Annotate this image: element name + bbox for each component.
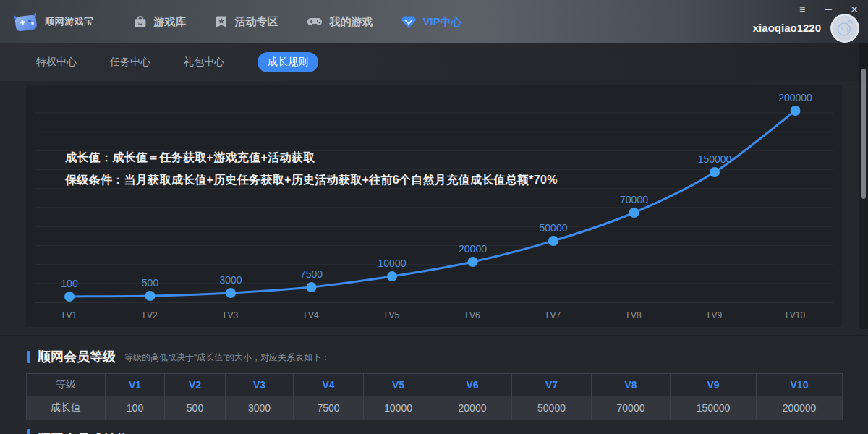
vip-diamond-icon xyxy=(401,15,417,29)
x-axis-label: LV10 xyxy=(786,310,805,320)
title-bar: 顺网游戏宝 游戏库 活动专区 我的游戏 VIP中心 xiaoqiao1220 xyxy=(0,0,868,43)
row-header-level: 等级 xyxy=(27,374,106,396)
section-divider xyxy=(0,335,868,336)
data-point-lv5 xyxy=(387,271,397,281)
subnav-tabs: 特权中心任务中心礼包中心成长规则 xyxy=(0,43,868,81)
main-nav: 游戏库 活动专区 我的游戏 VIP中心 xyxy=(133,14,462,29)
point-label: 50000 xyxy=(540,222,568,234)
x-axis-label: LV3 xyxy=(224,310,239,320)
window-controls: ≡─✕ xyxy=(794,2,862,17)
level-cell: V5 xyxy=(364,374,433,396)
member-growth-section: 顺网会员成长值 xyxy=(26,428,129,434)
data-point-lv1 xyxy=(64,292,75,302)
app-logo[interactable]: 顺网游戏宝 xyxy=(13,8,94,35)
point-label: 20000 xyxy=(459,243,487,255)
level-cell: V9 xyxy=(671,374,757,396)
point-label: 10000 xyxy=(378,258,407,269)
minimize-icon: ─ xyxy=(825,4,832,15)
data-point-lv9 xyxy=(710,167,720,177)
growth-curve-chart: 100LV1500LV23000LV37500LV410000LV520000L… xyxy=(26,85,842,327)
member-level-heading: 顺网会员等级 等级的高低取决于“成长值”的大小，对应关系表如下： xyxy=(26,348,842,365)
bag-icon xyxy=(133,14,148,29)
tab-growth-rules[interactable]: 成长规则 xyxy=(258,52,318,72)
nav-item-label: 游戏库 xyxy=(154,15,187,29)
member-level-subtitle: 等级的高低取决于“成长值”的大小，对应关系表如下： xyxy=(124,349,330,364)
value-cell: 100 xyxy=(106,396,165,420)
level-table: 等级V1V2V3V4V5V6V7V8V9V10成长值10050030007500… xyxy=(26,373,843,420)
value-cell: 500 xyxy=(165,396,226,420)
growth-chart-panel: 100LV1500LV23000LV37500LV410000LV520000L… xyxy=(26,85,842,327)
value-cell: 7500 xyxy=(294,396,364,420)
nav-item-vip-center[interactable]: VIP中心 xyxy=(401,15,462,29)
value-cell: 20000 xyxy=(433,396,512,420)
avatar[interactable] xyxy=(830,14,859,43)
nav-item-game-library[interactable]: 游戏库 xyxy=(133,14,187,29)
menu-button[interactable]: ≡ xyxy=(794,2,810,17)
nav-item-label: VIP中心 xyxy=(423,15,462,29)
tab-gift-center[interactable]: 礼包中心 xyxy=(184,56,224,69)
scrollbar-track[interactable] xyxy=(859,43,868,329)
minimize-button[interactable]: ─ xyxy=(820,2,836,17)
point-label: 200000 xyxy=(778,92,812,103)
x-axis-label: LV9 xyxy=(707,310,723,320)
data-point-lv10 xyxy=(791,106,801,116)
app-title: 顺网游戏宝 xyxy=(45,15,94,28)
value-cell: 50000 xyxy=(512,396,592,420)
accent-bar-icon xyxy=(27,351,30,363)
app-logo-icon xyxy=(13,8,39,35)
point-label: 7500 xyxy=(300,268,323,280)
level-cell: V2 xyxy=(165,374,226,396)
close-button[interactable]: ✕ xyxy=(846,2,862,17)
value-cell: 3000 xyxy=(226,396,294,420)
nav-item-label: 活动专区 xyxy=(235,15,278,29)
data-point-lv2 xyxy=(145,291,156,301)
data-point-lv7 xyxy=(548,236,558,246)
bookmark-star-icon xyxy=(214,14,229,29)
nav-item-activity-zone[interactable]: 活动专区 xyxy=(214,14,278,29)
row-header-growth: 成长值 xyxy=(27,396,106,420)
scrollbar-thumb[interactable] xyxy=(861,69,866,199)
point-label: 70000 xyxy=(620,194,648,205)
point-label: 150000 xyxy=(698,153,732,165)
app-window: 顺网游戏宝 游戏库 活动专区 我的游戏 VIP中心 xiaoqiao1220 xyxy=(0,0,868,434)
level-cell: V1 xyxy=(106,374,165,396)
value-cell: 150000 xyxy=(671,396,757,420)
value-cell: 70000 xyxy=(592,396,671,420)
x-axis-label: LV1 xyxy=(62,310,77,320)
data-point-lv3 xyxy=(226,288,236,298)
close-icon: ✕ xyxy=(850,4,859,15)
member-level-title: 顺网会员等级 xyxy=(38,348,116,365)
level-cell: V3 xyxy=(226,374,294,396)
x-axis-label: LV4 xyxy=(304,310,319,320)
x-axis-label: LV7 xyxy=(546,310,561,320)
x-axis-label: LV2 xyxy=(142,310,158,320)
member-growth-title: 顺网会员成长值 xyxy=(38,430,129,434)
level-cell: V7 xyxy=(512,374,592,396)
level-cell: V10 xyxy=(757,374,843,396)
nav-item-label: 我的游戏 xyxy=(330,15,373,29)
user-area: xiaoqiao1220 xyxy=(753,14,868,43)
data-point-lv6 xyxy=(468,257,478,267)
menu-icon: ≡ xyxy=(799,4,805,15)
level-cell: V8 xyxy=(592,374,671,396)
growth-line xyxy=(69,111,796,297)
x-axis-label: LV6 xyxy=(465,310,480,320)
value-cell: 10000 xyxy=(364,396,433,420)
level-cell: V6 xyxy=(433,374,512,396)
accent-bar-icon xyxy=(27,429,30,434)
point-label: 3000 xyxy=(219,274,242,286)
point-label: 100 xyxy=(61,278,78,289)
point-label: 500 xyxy=(142,277,159,289)
member-level-section: 顺网会员等级 等级的高低取决于“成长值”的大小，对应关系表如下： 等级V1V2V… xyxy=(26,348,842,420)
x-axis-label: LV8 xyxy=(626,310,642,320)
tab-task-center[interactable]: 任务中心 xyxy=(110,56,150,69)
nav-item-my-games[interactable]: 我的游戏 xyxy=(306,14,373,29)
level-cell: V4 xyxy=(294,374,364,396)
data-point-lv8 xyxy=(629,208,639,218)
username[interactable]: xiaoqiao1220 xyxy=(753,22,821,34)
tab-privilege-center[interactable]: 特权中心 xyxy=(36,56,77,69)
data-point-lv4 xyxy=(307,282,317,292)
gamepad-icon xyxy=(306,14,323,29)
value-cell: 200000 xyxy=(757,396,843,420)
x-axis-label: LV5 xyxy=(385,310,400,320)
